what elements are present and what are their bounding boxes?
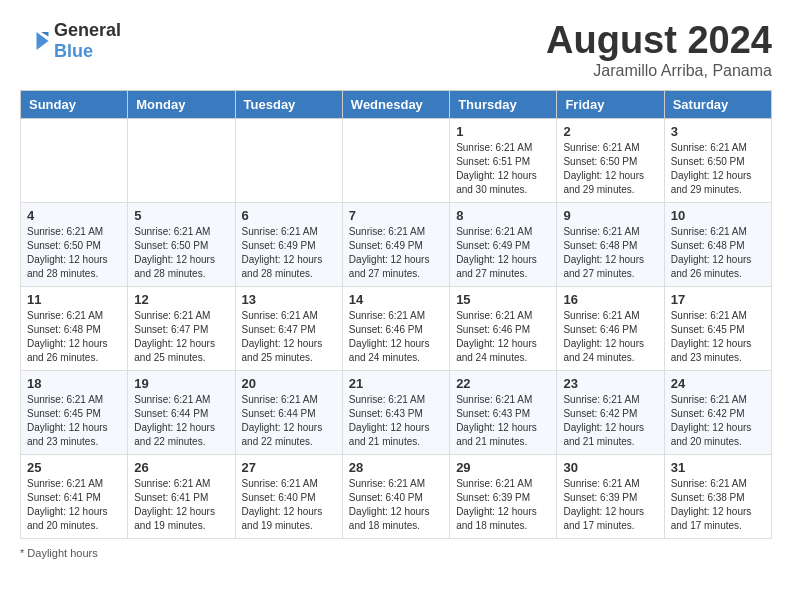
location-subtitle: Jaramillo Arriba, Panama [546, 62, 772, 80]
calendar-cell: 8Sunrise: 6:21 AM Sunset: 6:49 PM Daylig… [450, 202, 557, 286]
day-number: 28 [349, 460, 443, 475]
calendar-cell: 27Sunrise: 6:21 AM Sunset: 6:40 PM Dayli… [235, 454, 342, 538]
logo: General Blue [20, 20, 121, 62]
day-of-week-header: Saturday [664, 90, 771, 118]
day-info: Sunrise: 6:21 AM Sunset: 6:44 PM Dayligh… [242, 393, 336, 449]
day-number: 14 [349, 292, 443, 307]
day-of-week-header: Thursday [450, 90, 557, 118]
calendar-cell [342, 118, 449, 202]
calendar-cell: 22Sunrise: 6:21 AM Sunset: 6:43 PM Dayli… [450, 370, 557, 454]
day-info: Sunrise: 6:21 AM Sunset: 6:43 PM Dayligh… [349, 393, 443, 449]
day-of-week-header: Tuesday [235, 90, 342, 118]
calendar-cell: 21Sunrise: 6:21 AM Sunset: 6:43 PM Dayli… [342, 370, 449, 454]
day-number: 8 [456, 208, 550, 223]
calendar-cell: 15Sunrise: 6:21 AM Sunset: 6:46 PM Dayli… [450, 286, 557, 370]
calendar-cell: 2Sunrise: 6:21 AM Sunset: 6:50 PM Daylig… [557, 118, 664, 202]
calendar-cell: 13Sunrise: 6:21 AM Sunset: 6:47 PM Dayli… [235, 286, 342, 370]
calendar-body: 1Sunrise: 6:21 AM Sunset: 6:51 PM Daylig… [21, 118, 772, 538]
day-number: 5 [134, 208, 228, 223]
day-of-week-header: Sunday [21, 90, 128, 118]
calendar-cell [128, 118, 235, 202]
day-number: 6 [242, 208, 336, 223]
day-number: 7 [349, 208, 443, 223]
day-info: Sunrise: 6:21 AM Sunset: 6:41 PM Dayligh… [27, 477, 121, 533]
day-info: Sunrise: 6:21 AM Sunset: 6:48 PM Dayligh… [27, 309, 121, 365]
day-number: 22 [456, 376, 550, 391]
days-of-week-row: SundayMondayTuesdayWednesdayThursdayFrid… [21, 90, 772, 118]
calendar-cell [235, 118, 342, 202]
day-info: Sunrise: 6:21 AM Sunset: 6:48 PM Dayligh… [671, 225, 765, 281]
day-number: 13 [242, 292, 336, 307]
calendar-cell: 10Sunrise: 6:21 AM Sunset: 6:48 PM Dayli… [664, 202, 771, 286]
calendar-cell: 31Sunrise: 6:21 AM Sunset: 6:38 PM Dayli… [664, 454, 771, 538]
day-number: 30 [563, 460, 657, 475]
day-info: Sunrise: 6:21 AM Sunset: 6:49 PM Dayligh… [242, 225, 336, 281]
day-number: 16 [563, 292, 657, 307]
calendar-cell: 26Sunrise: 6:21 AM Sunset: 6:41 PM Dayli… [128, 454, 235, 538]
calendar-cell: 30Sunrise: 6:21 AM Sunset: 6:39 PM Dayli… [557, 454, 664, 538]
calendar-cell [21, 118, 128, 202]
logo-blue: Blue [54, 41, 93, 61]
day-info: Sunrise: 6:21 AM Sunset: 6:38 PM Dayligh… [671, 477, 765, 533]
page-header: General Blue August 2024 Jaramillo Arrib… [20, 20, 772, 80]
day-number: 23 [563, 376, 657, 391]
day-number: 10 [671, 208, 765, 223]
day-number: 20 [242, 376, 336, 391]
day-info: Sunrise: 6:21 AM Sunset: 6:50 PM Dayligh… [671, 141, 765, 197]
calendar-week-row: 4Sunrise: 6:21 AM Sunset: 6:50 PM Daylig… [21, 202, 772, 286]
day-number: 25 [27, 460, 121, 475]
day-info: Sunrise: 6:21 AM Sunset: 6:47 PM Dayligh… [242, 309, 336, 365]
day-number: 11 [27, 292, 121, 307]
day-number: 3 [671, 124, 765, 139]
footer-note-text: Daylight hours [27, 547, 97, 559]
calendar-week-row: 18Sunrise: 6:21 AM Sunset: 6:45 PM Dayli… [21, 370, 772, 454]
calendar-cell: 18Sunrise: 6:21 AM Sunset: 6:45 PM Dayli… [21, 370, 128, 454]
day-of-week-header: Friday [557, 90, 664, 118]
calendar-week-row: 1Sunrise: 6:21 AM Sunset: 6:51 PM Daylig… [21, 118, 772, 202]
day-number: 2 [563, 124, 657, 139]
day-info: Sunrise: 6:21 AM Sunset: 6:50 PM Dayligh… [27, 225, 121, 281]
calendar-cell: 4Sunrise: 6:21 AM Sunset: 6:50 PM Daylig… [21, 202, 128, 286]
logo-general: General [54, 20, 121, 40]
day-info: Sunrise: 6:21 AM Sunset: 6:39 PM Dayligh… [456, 477, 550, 533]
day-number: 29 [456, 460, 550, 475]
month-year-title: August 2024 [546, 20, 772, 62]
day-info: Sunrise: 6:21 AM Sunset: 6:47 PM Dayligh… [134, 309, 228, 365]
day-number: 1 [456, 124, 550, 139]
day-info: Sunrise: 6:21 AM Sunset: 6:41 PM Dayligh… [134, 477, 228, 533]
calendar-cell: 20Sunrise: 6:21 AM Sunset: 6:44 PM Dayli… [235, 370, 342, 454]
day-of-week-header: Wednesday [342, 90, 449, 118]
day-info: Sunrise: 6:21 AM Sunset: 6:40 PM Dayligh… [242, 477, 336, 533]
calendar-cell: 28Sunrise: 6:21 AM Sunset: 6:40 PM Dayli… [342, 454, 449, 538]
logo-icon [20, 26, 50, 56]
day-number: 4 [27, 208, 121, 223]
day-info: Sunrise: 6:21 AM Sunset: 6:50 PM Dayligh… [563, 141, 657, 197]
calendar-cell: 1Sunrise: 6:21 AM Sunset: 6:51 PM Daylig… [450, 118, 557, 202]
calendar-cell: 7Sunrise: 6:21 AM Sunset: 6:49 PM Daylig… [342, 202, 449, 286]
calendar-cell: 9Sunrise: 6:21 AM Sunset: 6:48 PM Daylig… [557, 202, 664, 286]
calendar-cell: 14Sunrise: 6:21 AM Sunset: 6:46 PM Dayli… [342, 286, 449, 370]
calendar-cell: 29Sunrise: 6:21 AM Sunset: 6:39 PM Dayli… [450, 454, 557, 538]
footer-note: * Daylight hours [20, 547, 772, 559]
calendar-cell: 17Sunrise: 6:21 AM Sunset: 6:45 PM Dayli… [664, 286, 771, 370]
calendar-header: SundayMondayTuesdayWednesdayThursdayFrid… [21, 90, 772, 118]
day-info: Sunrise: 6:21 AM Sunset: 6:45 PM Dayligh… [671, 309, 765, 365]
day-info: Sunrise: 6:21 AM Sunset: 6:46 PM Dayligh… [563, 309, 657, 365]
day-info: Sunrise: 6:21 AM Sunset: 6:46 PM Dayligh… [456, 309, 550, 365]
day-info: Sunrise: 6:21 AM Sunset: 6:49 PM Dayligh… [349, 225, 443, 281]
calendar-cell: 19Sunrise: 6:21 AM Sunset: 6:44 PM Dayli… [128, 370, 235, 454]
day-number: 27 [242, 460, 336, 475]
calendar-cell: 3Sunrise: 6:21 AM Sunset: 6:50 PM Daylig… [664, 118, 771, 202]
calendar-cell: 5Sunrise: 6:21 AM Sunset: 6:50 PM Daylig… [128, 202, 235, 286]
title-area: August 2024 Jaramillo Arriba, Panama [546, 20, 772, 80]
calendar-cell: 16Sunrise: 6:21 AM Sunset: 6:46 PM Dayli… [557, 286, 664, 370]
calendar-cell: 25Sunrise: 6:21 AM Sunset: 6:41 PM Dayli… [21, 454, 128, 538]
day-info: Sunrise: 6:21 AM Sunset: 6:42 PM Dayligh… [671, 393, 765, 449]
day-number: 19 [134, 376, 228, 391]
day-number: 21 [349, 376, 443, 391]
day-number: 24 [671, 376, 765, 391]
day-of-week-header: Monday [128, 90, 235, 118]
calendar-table: SundayMondayTuesdayWednesdayThursdayFrid… [20, 90, 772, 539]
day-info: Sunrise: 6:21 AM Sunset: 6:46 PM Dayligh… [349, 309, 443, 365]
day-info: Sunrise: 6:21 AM Sunset: 6:45 PM Dayligh… [27, 393, 121, 449]
